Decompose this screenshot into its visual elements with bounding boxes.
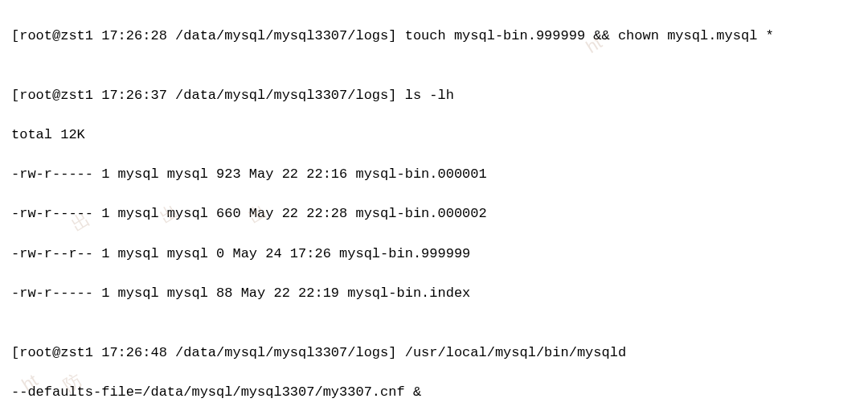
cmd-mysqld-2: --defaults-file=/data/mysql/mysql3307/my… (11, 383, 857, 403)
ls1-row-4: -rw-r----- 1 mysql mysql 88 May 22 22:19… (11, 284, 857, 304)
total-1: total 12K (11, 125, 857, 146)
cmd-ls-1: [root@zst1 17:26:37 /data/mysql/mysql330… (11, 86, 857, 106)
terminal-output: [root@zst1 17:26:28 /data/mysql/mysql330… (0, 0, 868, 419)
cmd-mysqld-1: [root@zst1 17:26:48 /data/mysql/mysql330… (11, 343, 857, 364)
ls1-row-2: -rw-r----- 1 mysql mysql 660 May 22 22:2… (11, 204, 857, 224)
cmd-touch: [root@zst1 17:26:28 /data/mysql/mysql330… (11, 27, 857, 47)
ls1-row-1: -rw-r----- 1 mysql mysql 923 May 22 22:1… (11, 165, 857, 185)
ls1-row-3: -rw-r--r-- 1 mysql mysql 0 May 24 17:26 … (11, 244, 857, 265)
